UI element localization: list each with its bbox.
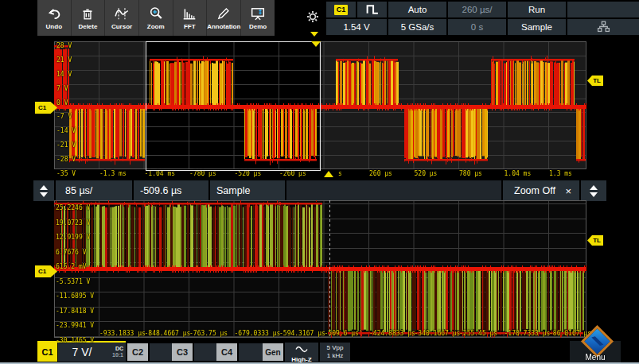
main-x-label: -1.3 ms bbox=[99, 171, 127, 177]
toolbar-button-zoom[interactable]: Zoom bbox=[139, 0, 173, 36]
main-y-label: -7 V bbox=[56, 114, 72, 120]
zoom-waveform-display[interactable] bbox=[54, 200, 586, 338]
cursor-icon bbox=[114, 6, 130, 22]
channel2-settings-cell[interactable] bbox=[150, 343, 173, 361]
zoom-x-label: -848.4667 µs bbox=[145, 331, 191, 337]
main-y-label: -21 V bbox=[56, 142, 76, 149]
generator-output-cell[interactable]: 5 Vpp 1 kHz bbox=[320, 343, 350, 362]
zoom-y-label: 6.7676 V bbox=[56, 250, 87, 256]
zoom-window-rect[interactable] bbox=[146, 41, 321, 171]
generator-frequency: 1 kHz bbox=[327, 352, 343, 360]
acquisition-state-cell[interactable]: Run bbox=[508, 2, 566, 17]
main-x-label: 520 µs bbox=[415, 171, 438, 177]
channel4-settings-cell[interactable] bbox=[239, 343, 263, 361]
main-x-label: -1.04 ms bbox=[145, 171, 176, 177]
zoom-y-label: -5.5371 V bbox=[56, 279, 90, 285]
zoom-off-button[interactable]: Zoom Off × bbox=[503, 180, 579, 201]
top-toolbar: UndoDeleteCursorZoomFFTAnnotationDemo bbox=[37, 0, 275, 36]
channel1-coupling: DC bbox=[106, 346, 123, 352]
zoom-x-label: -933.1833 µs bbox=[99, 331, 146, 337]
main-y-label: -14 V bbox=[56, 128, 76, 134]
zoom-x-label: -679.0333 µs bbox=[235, 331, 281, 337]
trigger-slope-icon bbox=[365, 2, 380, 17]
toolbar-button-label: Zoom bbox=[147, 23, 165, 30]
channel3-badge[interactable]: C3 bbox=[172, 343, 193, 361]
zoom-bar-blank bbox=[286, 180, 501, 201]
fft-icon bbox=[181, 6, 197, 22]
toolbar-button-label: FFT bbox=[184, 23, 196, 30]
channel1-settings-cell[interactable]: 7 V/ DC 10:1 bbox=[58, 343, 126, 362]
generator-impedance-cell[interactable]: High-Z bbox=[285, 343, 318, 362]
toolbar-button-cursor[interactable]: Cursor bbox=[105, 0, 139, 36]
zoom-x-label: -509.6 µs bbox=[325, 331, 359, 337]
toolbar-button-label: Cursor bbox=[111, 23, 132, 30]
oscilloscope-screen: UndoDeleteCursorZoomFFTAnnotationDemo C1… bbox=[0, 0, 639, 364]
zoom-x-label: -763.75 µs bbox=[189, 331, 228, 337]
zoom-time-scale[interactable]: 85 µs/ bbox=[56, 180, 132, 201]
close-icon[interactable]: × bbox=[565, 185, 571, 197]
toolbar-expand-arrow-icon[interactable] bbox=[310, 32, 318, 37]
main-x-label: 1.3 ms bbox=[549, 171, 572, 177]
main-y-label: 14 V bbox=[56, 72, 72, 78]
main-y-label: 7 V bbox=[56, 86, 68, 92]
main-x-label: -780 µs bbox=[189, 171, 216, 177]
trigger-position-marker-icon[interactable] bbox=[311, 41, 321, 47]
toolbar-button-delete[interactable]: Delete bbox=[72, 0, 106, 36]
channel3-settings-cell[interactable] bbox=[194, 343, 218, 361]
sample-rate-cell[interactable]: 5 GSa/s bbox=[388, 19, 446, 35]
undo-icon bbox=[46, 6, 62, 22]
zoom-time-position[interactable]: -509.6 µs bbox=[134, 180, 208, 201]
acquisition-mode-cell[interactable]: Sample bbox=[508, 19, 566, 35]
toolbar-button-label: Undo bbox=[46, 23, 62, 30]
channel1-scale: 7 V/ bbox=[58, 346, 106, 358]
main-x-label: 780 µs bbox=[459, 171, 482, 177]
toolbar-button-undo[interactable]: Undo bbox=[37, 0, 72, 36]
toolbar-button-label: Demo bbox=[249, 23, 267, 30]
sine-wave-icon bbox=[295, 342, 308, 356]
header-blank-cell bbox=[567, 2, 639, 17]
horizontal-scale-cell[interactable]: 260 µs/ bbox=[448, 2, 506, 17]
channel2-badge[interactable]: C2 bbox=[127, 343, 148, 361]
trigger-level-marker[interactable]: TL bbox=[587, 76, 603, 86]
zoom-y-label: 615.2 mV bbox=[56, 264, 87, 270]
toolbar-button-demo[interactable]: Demo bbox=[241, 0, 275, 36]
trigger-slope-cell[interactable] bbox=[357, 2, 387, 17]
toolbar-button-label: Delete bbox=[78, 23, 97, 30]
channel4-badge[interactable]: C4 bbox=[216, 343, 237, 361]
main-x-label: -520 µs bbox=[235, 171, 262, 177]
zoom-icon bbox=[148, 6, 164, 22]
zoom-x-label: -594.3167 µs bbox=[279, 331, 325, 337]
zoom-y-label: -30.1465 V bbox=[56, 338, 94, 344]
zoom-y-label: 25.2246 V bbox=[56, 205, 90, 211]
gear-icon[interactable] bbox=[306, 10, 320, 27]
main-x-label: s bbox=[338, 171, 342, 177]
network-status-cell[interactable] bbox=[567, 19, 639, 35]
zoom-position-spinner[interactable] bbox=[581, 180, 606, 201]
main-y-label: -28 V bbox=[56, 157, 76, 163]
trigger-level-cell[interactable]: 1.54 V bbox=[326, 19, 387, 35]
zoom-x-label: -340.1667 µs bbox=[415, 331, 461, 337]
trigger-source-cell[interactable]: C1 bbox=[326, 2, 356, 17]
toolbar-button-label: Annotation bbox=[207, 23, 240, 30]
demo-icon bbox=[250, 6, 266, 22]
toolbar-button-annotation[interactable]: Annotation bbox=[207, 0, 241, 36]
generator-amplitude: 5 Vpp bbox=[327, 344, 344, 352]
zoom-y-label: 19.0723 V bbox=[56, 220, 90, 227]
trigger-mode-cell[interactable]: Auto bbox=[388, 2, 446, 17]
zoom-scale-spinner[interactable] bbox=[33, 180, 54, 201]
zoom-y-label: -17.8418 V bbox=[56, 308, 94, 315]
channel1-probe: 10:1 bbox=[106, 352, 123, 358]
toolbar-button-fft[interactable]: FFT bbox=[173, 0, 208, 36]
channel1-badge[interactable]: C1 bbox=[37, 343, 57, 362]
main-y-label: 0 V bbox=[56, 100, 68, 106]
zoom-off-label: Zoom Off bbox=[514, 185, 555, 196]
generator-badge[interactable]: Gen bbox=[263, 343, 283, 361]
zoom-y-label: -11.6895 V bbox=[56, 293, 94, 300]
trigger-time-marker-icon[interactable] bbox=[324, 171, 333, 177]
trigger-level-marker-zoom[interactable]: TL bbox=[587, 235, 603, 246]
zoom-x-label: -170.7333 µs bbox=[505, 331, 551, 337]
horizontal-position-cell[interactable]: 0 s bbox=[448, 19, 506, 35]
zoom-acquisition-mode[interactable]: Sample bbox=[210, 180, 285, 201]
network-icon bbox=[596, 20, 611, 35]
main-y-label: 28 V bbox=[56, 43, 72, 49]
